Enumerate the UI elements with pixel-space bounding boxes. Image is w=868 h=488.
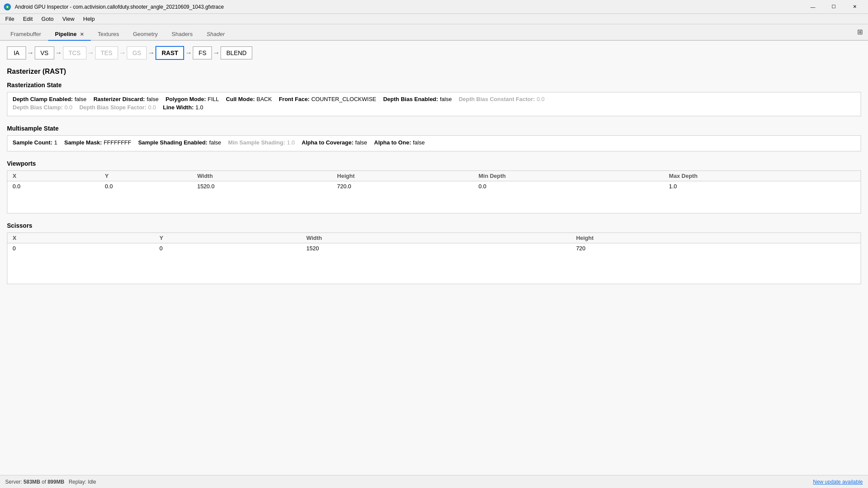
stage-fs[interactable]: FS [193, 46, 212, 59]
multisample-state-title: Multisample State [7, 125, 861, 132]
tab-pipeline[interactable]: Pipeline ✕ [48, 28, 91, 41]
min-sample-shading-label: Min Sample Shading: [228, 139, 285, 146]
scissors-col-width: Width [301, 233, 571, 243]
server-label: Server: [5, 479, 22, 485]
arrow-4: → [118, 49, 127, 57]
viewport-width: 1520.0 [192, 181, 332, 192]
sample-mask-value: FFFFFFFF [104, 139, 132, 146]
window-controls: — ☐ ✕ [803, 0, 865, 14]
app-icon [3, 3, 11, 11]
alpha-to-coverage-label: Alpha to Coverage: [302, 139, 353, 146]
cull-mode-label: Cull Mode: [226, 96, 254, 102]
tab-framebuffer[interactable]: Framebuffer [3, 28, 48, 41]
stage-blend[interactable]: BLEND [221, 46, 252, 59]
table-row: 0 0 1520 720 [7, 243, 861, 254]
stage-gs[interactable]: GS [127, 46, 147, 59]
menu-file[interactable]: File [2, 15, 18, 23]
sample-shading-enabled-value: false [209, 139, 221, 146]
alpha-to-coverage-value: false [355, 139, 367, 146]
scissors-col-height: Height [571, 233, 861, 243]
arrow-5: → [147, 49, 155, 57]
sample-count-value: 1 [54, 139, 57, 146]
stage-ia[interactable]: IA [7, 46, 26, 59]
expand-icon[interactable]: ⊞ [857, 28, 863, 36]
viewports-col-width: Width [192, 171, 332, 181]
polygon-mode-label: Polygon Mode: [165, 96, 206, 102]
tab-shaders[interactable]: Shaders [165, 28, 199, 41]
polygon-mode-value: FILL [208, 96, 219, 102]
sample-shading-enabled-label: Sample Shading Enabled: [138, 139, 208, 146]
depth-bias-clamp-value: 0.0 [65, 104, 73, 111]
scissors-table-container: X Y Width Height 0 0 1520 720 [7, 233, 861, 284]
rasterizer-discard-label: Rasterizer Discard: [93, 96, 145, 102]
server-total: 899MB [47, 479, 64, 485]
stage-vs[interactable]: VS [35, 46, 54, 59]
front-face-label: Front Face: [279, 96, 310, 102]
rasterization-state-grid: Depth Clamp Enabled: false Rasterizer Di… [7, 92, 861, 116]
line-width-value: 1.0 [195, 104, 203, 111]
depth-bias-constant-factor-value: 0.0 [537, 96, 545, 102]
minimize-button[interactable]: — [803, 0, 823, 14]
arrow-3: → [86, 49, 95, 57]
viewports-col-height: Height [332, 171, 473, 181]
table-row: 0.0 0.0 1520.0 720.0 0.0 1.0 [7, 181, 861, 192]
stage-tes[interactable]: TES [95, 46, 118, 59]
scissors-col-x: X [7, 233, 154, 243]
min-sample-shading-value: 1.0 [287, 139, 295, 146]
menu-goto[interactable]: Goto [38, 15, 57, 23]
line-width-label: Line Width: [163, 104, 194, 111]
arrow-1: → [26, 49, 35, 57]
main-content: IA → VS → TCS → TES → GS → RAST → FS → B… [0, 41, 868, 475]
scissors-y: 0 [154, 243, 301, 254]
viewports-col-x: X [7, 171, 100, 181]
depth-clamp-enabled-value: false [75, 96, 86, 102]
viewports-col-y: Y [100, 171, 192, 181]
arrow-7: → [212, 49, 221, 57]
viewport-y: 0.0 [100, 181, 192, 192]
rasterization-state-title: Rasterization State [7, 82, 861, 88]
window-title: Android GPU Inspector - com.activision.c… [15, 4, 803, 10]
depth-clamp-enabled-label: Depth Clamp Enabled: [13, 96, 73, 102]
tab-textures[interactable]: Textures [91, 28, 126, 41]
titlebar: Android GPU Inspector - com.activision.c… [0, 0, 868, 14]
rasterization-row-2: Depth Bias Clamp: 0.0 Depth Bias Slope F… [13, 104, 855, 111]
alpha-to-one-value: false [413, 139, 425, 146]
menubar: File Edit Goto View Help [0, 14, 868, 24]
depth-bias-enabled-label: Depth Bias Enabled: [383, 96, 438, 102]
replay-label: Replay: [69, 479, 86, 485]
arrow-6: → [184, 49, 193, 57]
scissors-title: Scissors [7, 222, 861, 229]
status-bar: Server: 583MB of 899MB Replay: Idle New … [0, 475, 868, 488]
depth-bias-clamp-label: Depth Bias Clamp: [13, 104, 63, 111]
scissors-width: 1520 [301, 243, 571, 254]
viewports-col-max-depth: Max Depth [664, 171, 861, 181]
depth-bias-slope-factor-label: Depth Bias Slope Factor: [79, 104, 147, 111]
rasterizer-discard-value: false [147, 96, 158, 102]
viewport-min-depth: 0.0 [473, 181, 664, 192]
maximize-button[interactable]: ☐ [824, 0, 844, 14]
tab-shader[interactable]: Shader [200, 28, 232, 41]
viewports-title: Viewports [7, 160, 861, 167]
tab-close-pipeline[interactable]: ✕ [80, 32, 84, 37]
menu-help[interactable]: Help [80, 15, 99, 23]
cull-mode-value: BACK [257, 96, 272, 102]
stage-tcs[interactable]: TCS [63, 46, 86, 59]
server-of: of [42, 479, 46, 485]
viewport-max-depth: 1.0 [664, 181, 861, 192]
depth-bias-enabled-value: false [440, 96, 452, 102]
arrow-2: → [54, 49, 63, 57]
tab-geometry[interactable]: Geometry [126, 28, 165, 41]
menu-edit[interactable]: Edit [20, 15, 36, 23]
svg-point-2 [7, 6, 8, 8]
viewport-x: 0.0 [7, 181, 100, 192]
menu-view[interactable]: View [59, 15, 78, 23]
stage-rast[interactable]: RAST [155, 46, 184, 60]
tabs-bar: Framebuffer Pipeline ✕ Textures Geometry… [0, 24, 868, 41]
replay-value: Idle [88, 479, 96, 485]
pipeline-stages: IA → VS → TCS → TES → GS → RAST → FS → B… [7, 46, 861, 60]
close-button[interactable]: ✕ [845, 0, 865, 14]
alpha-to-one-label: Alpha to One: [374, 139, 411, 146]
update-link[interactable]: New update available [813, 479, 863, 485]
scissors-x: 0 [7, 243, 154, 254]
viewports-col-min-depth: Min Depth [473, 171, 664, 181]
